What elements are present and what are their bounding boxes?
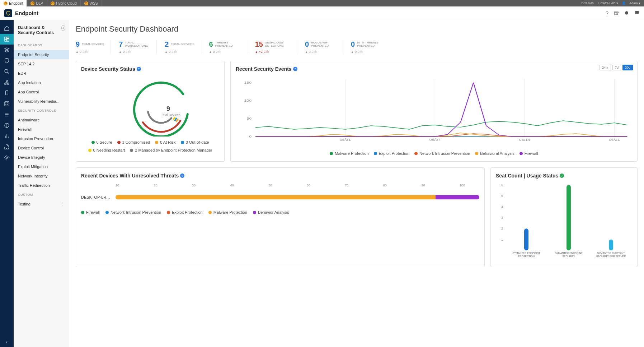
threat-bar-row[interactable]: DESKTOP-LRAT...: [81, 195, 479, 199]
rail-apps-icon[interactable]: [0, 98, 14, 109]
legend-item[interactable]: Network Intrusion Prevention: [105, 210, 161, 214]
nav-item[interactable]: Exploit Mitigation: [14, 162, 69, 171]
svg-text:6: 6: [501, 183, 503, 187]
domain-dropdown[interactable]: LICATA LAB ▾: [598, 1, 618, 5]
kpi[interactable]: 7TOTAL WORKSTATIONS▲ 0 24h: [119, 40, 157, 54]
product-tab[interactable]: ⬡WSS: [81, 0, 102, 6]
legend-item[interactable]: 0 Needing Restart: [88, 148, 125, 152]
nav-group-label: CUSTOM: [14, 190, 69, 199]
gift-icon[interactable]: [614, 10, 619, 17]
svg-text:150: 150: [244, 81, 252, 84]
nav-item[interactable]: Network Integrity: [14, 171, 69, 181]
rail-search-icon[interactable]: [0, 66, 14, 77]
device-status-donut[interactable]: 9Total Devices: [104, 75, 197, 137]
rail-hierarchy-icon[interactable]: [0, 77, 14, 88]
svg-rect-10: [5, 83, 6, 84]
legend-item[interactable]: 0 Out-of-date: [181, 140, 209, 144]
help-icon[interactable]: ?: [606, 10, 608, 17]
svg-rect-11: [8, 83, 9, 84]
range-button[interactable]: 30d: [622, 65, 633, 70]
svg-point-28: [6, 157, 8, 158]
nav-item[interactable]: Antimalware: [14, 115, 69, 125]
svg-rect-55: [609, 240, 613, 250]
rail-plugin-icon[interactable]: [0, 142, 14, 152]
info-icon[interactable]: ?: [293, 67, 297, 71]
legend-item[interactable]: Exploit Protection: [167, 210, 203, 214]
nav-item[interactable]: Device Integrity: [14, 153, 69, 162]
legend-item[interactable]: 0 At Risk: [155, 140, 175, 144]
svg-point-18: [8, 105, 8, 105]
nav-item[interactable]: Testing⋮: [14, 199, 69, 209]
kpi[interactable]: 6THREATS PREVENTED▲ 0 24h: [209, 40, 247, 54]
more-icon[interactable]: ⋮: [61, 202, 65, 207]
kpi-delta: ▲ 0 24h: [165, 50, 194, 54]
rail-policy-icon[interactable]: [0, 55, 14, 66]
legend-item[interactable]: Network Intrusion Prevention: [414, 151, 470, 156]
rail-devices-icon[interactable]: [0, 45, 14, 55]
rail-reports-icon[interactable]: [0, 131, 14, 142]
nav-item[interactable]: Device Control: [14, 143, 69, 153]
nav-item[interactable]: EDR: [14, 69, 69, 78]
product-tab[interactable]: ⬡Endpoint: [0, 0, 27, 6]
nav-item[interactable]: Endpoint Security: [14, 50, 69, 59]
nav-item[interactable]: Intrusion Prevention: [14, 134, 69, 143]
axis-tick: 80: [383, 184, 387, 187]
nav-item[interactable]: Vulnerability Remedia...: [14, 97, 69, 106]
kpi[interactable]: 0ROGUE WIFI PREVENTED▲ 0 24h: [305, 40, 343, 54]
bell-icon[interactable]: [624, 10, 629, 17]
feedback-icon[interactable]: [634, 10, 640, 17]
seat-count-chart[interactable]: 123456SYMANTEC ENDPOINTPROTECTIONSYMANTE…: [496, 182, 632, 261]
kpi-label: TOTAL SERVERS: [171, 43, 194, 46]
legend-item[interactable]: 2 Managed by Endpoint Protection Manager: [130, 148, 212, 152]
app-shield-icon: [4, 9, 12, 17]
user-icon: 👤: [622, 1, 626, 5]
add-dashboard-button[interactable]: +: [61, 25, 65, 31]
kpi[interactable]: 9TOTAL DEVICES▲ 0 24h: [76, 40, 111, 54]
product-tab[interactable]: ⬡Hybrid Cloud: [47, 0, 81, 6]
legend-item[interactable]: Malware Protection: [330, 151, 368, 156]
sub-navigation: Dashboard & Security Controls + DASHBOAR…: [14, 20, 69, 347]
kpi[interactable]: 2TOTAL SERVERS▲ 0 24h: [165, 40, 201, 54]
svg-text:0: 0: [249, 135, 252, 138]
legend-item[interactable]: Behavioral Analysis: [475, 151, 514, 156]
card-title: Seat Count | Usage Status: [496, 173, 558, 179]
axis-tick: 100: [460, 184, 465, 187]
legend-item[interactable]: 6 Secure: [91, 140, 112, 144]
nav-item[interactable]: App Isolation: [14, 78, 69, 87]
legend-item[interactable]: Firewall: [81, 210, 100, 214]
rail-dashboard-icon[interactable]: [0, 34, 14, 45]
svg-point-17: [6, 105, 6, 105]
nav-item[interactable]: Firewall: [14, 125, 69, 134]
nav-item[interactable]: SEP 14.2: [14, 59, 69, 69]
nav-item[interactable]: App Control: [14, 87, 69, 97]
range-button[interactable]: 7d: [612, 65, 621, 70]
legend-item[interactable]: Malware Protection: [208, 210, 247, 214]
info-icon[interactable]: ?: [137, 67, 141, 71]
legend-item[interactable]: 1 Compromised: [117, 140, 150, 144]
user-dropdown[interactable]: Adam ▾: [629, 1, 640, 5]
svg-text:SYMANTEC ENDPOINT: SYMANTEC ENDPOINT: [597, 252, 625, 254]
svg-text:SYMANTEC ENDPOINT: SYMANTEC ENDPOINT: [512, 252, 540, 254]
rail-alerts-icon[interactable]: [0, 120, 14, 131]
nav-item[interactable]: Traffic Redirection: [14, 181, 69, 190]
kpi[interactable]: 0MITM THREATS PREVENTED▲ 0 24h: [351, 40, 389, 54]
legend-item[interactable]: Behavior Analysis: [253, 210, 289, 214]
rail-expand-icon[interactable]: ›: [0, 336, 14, 347]
kpi-label: TOTAL DEVICES: [82, 43, 104, 46]
rail-settings-icon[interactable]: [0, 152, 14, 163]
kpi-delta: ▲ 0 24h: [305, 50, 336, 54]
kpi-row: 9TOTAL DEVICES▲ 0 24h7TOTAL WORKSTATIONS…: [76, 40, 638, 54]
recent-events-chart[interactable]: 05010015005/3106/0706/1406/21: [236, 75, 632, 147]
svg-text:100: 100: [244, 99, 252, 102]
range-button[interactable]: 24hr: [600, 65, 611, 70]
kpi-value: 6: [209, 40, 213, 48]
kpi[interactable]: 15SUSPICIOUS DETECTIONS▲ +2 24h: [255, 40, 297, 54]
rail-sync-icon[interactable]: [0, 88, 14, 98]
rail-list-icon[interactable]: [0, 109, 14, 120]
axis-tick: 60: [307, 184, 310, 187]
info-icon[interactable]: ?: [180, 174, 184, 178]
product-tab[interactable]: ⬡DLP: [27, 0, 47, 6]
rail-home-icon[interactable]: [0, 23, 14, 34]
legend-item[interactable]: Firewall: [520, 151, 538, 156]
legend-item[interactable]: Exploit Protection: [374, 151, 410, 156]
